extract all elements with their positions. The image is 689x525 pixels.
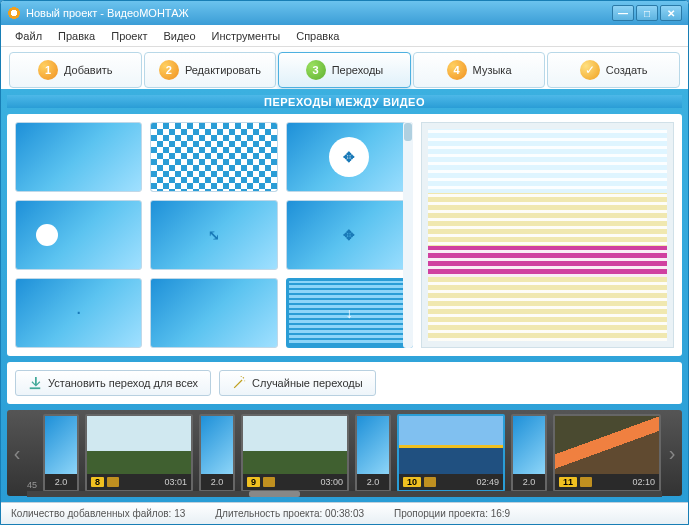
menu-video[interactable]: Видео (155, 28, 203, 44)
timeline-prev-button[interactable]: ‹ (9, 438, 25, 468)
menu-file[interactable]: Файл (7, 28, 50, 44)
tab-label: Создать (606, 64, 648, 76)
arrow-down-icon: ↓ (346, 305, 353, 321)
clip-number: 9 (247, 477, 260, 487)
transition-thumb[interactable] (150, 122, 277, 192)
step-number-icon: 3 (306, 60, 326, 80)
transitions-panel: ✥ ⤡ ✥ · ↓ (7, 114, 682, 356)
tab-label: Переходы (332, 64, 384, 76)
scroll-thumb[interactable] (404, 123, 412, 141)
timeline: ‹ › 45 2.0 803:01 2.0 903:00 2.0 (7, 410, 682, 496)
edit-icon[interactable] (107, 477, 119, 487)
clip-thumbnail (399, 416, 503, 474)
status-value: 00:38:03 (325, 508, 364, 519)
transition-thumb[interactable] (15, 122, 142, 192)
step-number-icon: 1 (38, 60, 58, 80)
clip-thumbnail (357, 416, 389, 474)
menu-help[interactable]: Справка (288, 28, 347, 44)
transition-thumb-selected[interactable]: ↓ (286, 278, 413, 348)
preview-transition-overlay (428, 129, 667, 341)
button-label: Установить переход для всех (48, 377, 198, 389)
close-button[interactable]: ✕ (660, 5, 682, 21)
menubar: Файл Правка Проект Видео Инструменты Спр… (1, 25, 688, 47)
clip-time: 02:49 (476, 477, 499, 487)
maximize-button[interactable]: □ (636, 5, 658, 21)
clip-thumbnail (243, 416, 347, 474)
transitions-grid: ✥ ⤡ ✥ · ↓ (15, 122, 413, 348)
preview-pane (421, 122, 674, 348)
clip-time: 02:10 (632, 477, 655, 487)
step-number-icon: 4 (447, 60, 467, 80)
video-clip[interactable]: 1102:10 (553, 414, 661, 492)
tab-label: Музыка (473, 64, 512, 76)
tab-transitions[interactable]: 3 Переходы (278, 52, 411, 88)
statusbar: Количество добавленных файлов: 13 Длител… (1, 502, 688, 524)
checker-icon (151, 123, 276, 191)
status-label: Пропорции проекта: (394, 508, 488, 519)
scroll-thumb[interactable] (249, 491, 300, 497)
tab-music[interactable]: 4 Музыка (413, 52, 546, 88)
clip-thumbnail (45, 416, 77, 474)
dot-icon: · (77, 305, 81, 321)
timeline-scrollbar[interactable] (27, 491, 662, 497)
transition-thumb[interactable]: ✥ (286, 200, 413, 270)
edit-icon[interactable] (580, 477, 592, 487)
status-duration: Длительность проекта: 00:38:03 (215, 508, 364, 519)
main-content: ПЕРЕХОДЫ МЕЖДУ ВИДЕО ✥ ⤡ ✥ · ↓ (1, 89, 688, 502)
clip-time: 03:00 (320, 477, 343, 487)
transition-thumb[interactable]: · (15, 278, 142, 348)
gradient-icon (16, 123, 141, 191)
app-window: Новый проект - ВидеоМОНТАЖ — □ ✕ Файл Пр… (0, 0, 689, 525)
transition-clip[interactable]: 2.0 (511, 414, 547, 492)
random-button[interactable]: Случайные переходы (219, 370, 376, 396)
clip-number: 8 (91, 477, 104, 487)
tab-edit[interactable]: 2 Редактировать (144, 52, 277, 88)
status-ratio: Пропорции проекта: 16:9 (394, 508, 510, 519)
status-value: 16:9 (491, 508, 510, 519)
window-title: Новый проект - ВидеоМОНТАЖ (26, 7, 610, 19)
video-clip[interactable]: 903:00 (241, 414, 349, 492)
timeline-next-button[interactable]: › (664, 438, 680, 468)
clip-number: 10 (403, 477, 421, 487)
transition-clip[interactable]: 2.0 (43, 414, 79, 492)
transition-thumb[interactable]: ⤡ (150, 200, 277, 270)
video-clip[interactable]: 803:01 (85, 414, 193, 492)
wand-icon (232, 376, 246, 390)
expand-icon: ⤡ (208, 227, 220, 243)
clip-thumbnail (513, 416, 545, 474)
move-icon: ✥ (343, 227, 355, 243)
transition-clip[interactable]: 2.0 (199, 414, 235, 492)
tab-create[interactable]: ✓ Создать (547, 52, 680, 88)
menu-project[interactable]: Проект (103, 28, 155, 44)
transition-clip[interactable]: 2.0 (355, 414, 391, 492)
transition-duration: 2.0 (523, 477, 536, 487)
menu-edit[interactable]: Правка (50, 28, 103, 44)
step-tabs: 1 Добавить 2 Редактировать 3 Переходы 4 … (1, 47, 688, 89)
gradient-icon (151, 279, 276, 347)
transition-thumb[interactable] (15, 200, 142, 270)
scrollbar[interactable] (403, 122, 413, 348)
status-value: 13 (174, 508, 185, 519)
tab-add[interactable]: 1 Добавить (9, 52, 142, 88)
download-icon (28, 376, 42, 390)
actions-row: Установить переход для всех Случайные пе… (7, 362, 682, 404)
circle-icon (16, 201, 141, 269)
button-label: Случайные переходы (252, 377, 363, 389)
titlebar: Новый проект - ВидеоМОНТАЖ — □ ✕ (1, 1, 688, 25)
transition-thumb[interactable]: ✥ (286, 122, 413, 192)
tab-label: Редактировать (185, 64, 261, 76)
section-header: ПЕРЕХОДЫ МЕЖДУ ВИДЕО (7, 95, 682, 108)
edit-icon[interactable] (424, 477, 436, 487)
menu-tools[interactable]: Инструменты (204, 28, 289, 44)
status-files: Количество добавленных файлов: 13 (11, 508, 185, 519)
video-clip-selected[interactable]: 1002:49 (397, 414, 505, 492)
svg-rect-0 (30, 387, 41, 389)
edit-icon[interactable] (263, 477, 275, 487)
step-number-icon: 2 (159, 60, 179, 80)
app-icon (7, 6, 21, 20)
transition-thumb[interactable] (150, 278, 277, 348)
apply-all-button[interactable]: Установить переход для всех (15, 370, 211, 396)
clip-thumbnail (87, 416, 191, 474)
minimize-button[interactable]: — (612, 5, 634, 21)
transition-duration: 2.0 (55, 477, 68, 487)
